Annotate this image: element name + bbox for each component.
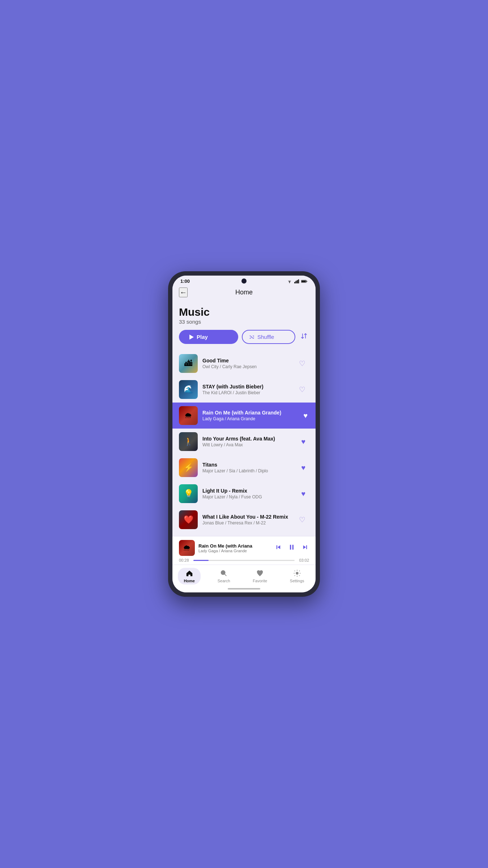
song-title: Titans	[202, 462, 297, 468]
nav-favorite[interactable]: Favorite	[247, 568, 273, 584]
song-art: ⚡	[179, 458, 198, 477]
song-art: 🌧	[179, 406, 198, 425]
shuffle-icon	[249, 335, 255, 340]
song-art: 💡	[179, 484, 198, 503]
prev-button[interactable]	[274, 543, 282, 553]
search-icon	[220, 569, 228, 577]
page-title: Home	[235, 289, 253, 296]
song-info: Into Your Arms (feat. Ava Max) Witt Lowr…	[202, 436, 297, 447]
pause-icon	[288, 544, 295, 551]
song-art: 🏙	[179, 354, 198, 373]
music-heading: Music	[179, 306, 309, 318]
phone-screen: 1:00	[172, 276, 316, 592]
song-artist: Lady Gaga / Ariana Grande	[202, 416, 299, 421]
like-button[interactable]: ♥	[300, 436, 307, 447]
now-playing-art-icon: 🌧	[179, 540, 195, 556]
svg-rect-12	[290, 545, 291, 549]
svg-rect-13	[292, 545, 294, 549]
battery-icon	[301, 279, 308, 284]
song-item[interactable]: 🌧 Rain On Me (with Ariana Grande) Lady G…	[172, 403, 316, 429]
now-playing-info: Rain On Me (with Ariana Lady Gaga / Aria…	[198, 543, 271, 553]
sort-button[interactable]	[299, 331, 309, 343]
svg-point-16	[221, 571, 225, 575]
now-playing-art: 🌧	[179, 540, 195, 556]
status-time: 1:00	[180, 278, 190, 284]
song-item[interactable]: 🚶 Into Your Arms (feat. Ava Max) Witt Lo…	[179, 429, 309, 455]
nav-favorite-label: Favorite	[253, 579, 267, 583]
song-item[interactable]: 🏙 Good Time Owl City / Carly Rae Jepsen …	[179, 350, 309, 376]
progress-bar[interactable]	[193, 560, 295, 561]
svg-rect-6	[301, 280, 306, 282]
song-art: 🚶	[179, 432, 198, 451]
shuffle-button[interactable]: Shuffle	[242, 330, 295, 344]
svg-rect-5	[307, 281, 307, 282]
svg-rect-1	[296, 281, 297, 283]
pause-button[interactable]	[287, 543, 296, 553]
song-artist: Owl City / Carly Rae Jepsen	[202, 364, 295, 369]
song-info: Titans Major Lazer / Sia / Labrinth / Di…	[202, 462, 297, 473]
home-icon	[185, 569, 193, 577]
settings-icon	[293, 569, 301, 577]
song-info: Good Time Owl City / Carly Rae Jepsen	[202, 358, 295, 369]
now-playing-bar[interactable]: 🌧 Rain On Me (with Ariana Lady Gaga / Ar…	[172, 536, 316, 565]
camera-notch	[241, 278, 247, 284]
signal-icon	[294, 279, 299, 284]
total-time: 03:02	[297, 558, 309, 562]
song-title: STAY (with Justin Bieber)	[202, 384, 295, 390]
wifi-icon	[287, 279, 292, 284]
like-button[interactable]: ♥	[302, 410, 309, 421]
song-artist: Jonas Blue / Theresa Rex / M-22	[202, 520, 295, 526]
home-indicator	[172, 586, 316, 592]
status-icons	[287, 279, 308, 284]
like-button[interactable]: ♥	[300, 462, 307, 473]
svg-marker-14	[303, 545, 306, 549]
svg-rect-3	[298, 279, 299, 283]
song-artist: Major Lazer / Nyla / Fuse ODG	[202, 494, 297, 499]
like-button[interactable]: ♡	[297, 384, 307, 395]
progress-fill	[193, 560, 209, 561]
svg-marker-10	[278, 545, 281, 549]
song-art: 🌊	[179, 380, 198, 399]
like-button[interactable]: ♡	[297, 514, 307, 526]
song-item[interactable]: 🌊 STAY (with Justin Bieber) The Kid LARO…	[179, 376, 309, 403]
svg-rect-11	[277, 545, 277, 549]
nav-home[interactable]: Home	[178, 568, 201, 584]
nav-settings[interactable]: Settings	[284, 568, 310, 584]
nav-settings-label: Settings	[290, 579, 304, 583]
svg-rect-15	[306, 545, 307, 549]
song-artist: Major Lazer / Sia / Labrinth / Diplo	[202, 468, 297, 473]
next-button[interactable]	[301, 543, 309, 553]
now-playing-artist: Lady Gaga / Ariana Grande	[198, 549, 271, 553]
song-info: Rain On Me (with Ariana Grande) Lady Gag…	[202, 410, 299, 421]
song-artist: Witt Lowry / Ava Max	[202, 442, 297, 447]
now-playing-title: Rain On Me (with Ariana	[198, 543, 271, 549]
song-item[interactable]: ⚡ Titans Major Lazer / Sia / Labrinth / …	[179, 455, 309, 481]
song-info: STAY (with Justin Bieber) The Kid LAROI …	[202, 384, 295, 395]
like-button[interactable]: ♥	[300, 488, 307, 499]
current-time: 00:28	[179, 558, 191, 562]
top-nav: ← Home	[172, 285, 316, 301]
svg-marker-7	[189, 335, 194, 340]
play-button[interactable]: Play	[179, 330, 238, 344]
song-count: 33 songs	[179, 319, 309, 325]
song-item[interactable]: 💡 Light It Up - Remix Major Lazer / Nyla…	[179, 481, 309, 507]
nav-search[interactable]: Search	[212, 568, 236, 584]
song-art: ❤️	[179, 510, 198, 529]
favorite-icon	[256, 569, 264, 577]
nav-home-label: Home	[184, 579, 195, 583]
action-buttons: Play Shuffle	[179, 330, 309, 344]
content-area: Music 33 songs Play Shuffle	[172, 301, 316, 536]
bottom-nav: Home Search Favorite	[172, 565, 316, 586]
back-button[interactable]: ←	[179, 288, 188, 297]
song-info: Light It Up - Remix Major Lazer / Nyla /…	[202, 488, 297, 499]
song-item[interactable]: ❤️ What I Like About You - M-22 Remix Jo…	[179, 507, 309, 533]
song-title: Rain On Me (with Ariana Grande)	[202, 410, 299, 416]
svg-line-17	[224, 574, 226, 576]
prev-icon	[275, 544, 282, 550]
song-title: Good Time	[202, 358, 295, 363]
song-list: 🏙 Good Time Owl City / Carly Rae Jepsen …	[179, 350, 309, 533]
song-title: What I Like About You - M-22 Remix	[202, 514, 295, 520]
song-info: What I Like About You - M-22 Remix Jonas…	[202, 514, 295, 526]
now-playing-main: 🌧 Rain On Me (with Ariana Lady Gaga / Ar…	[179, 540, 309, 556]
like-button[interactable]: ♡	[297, 358, 307, 369]
